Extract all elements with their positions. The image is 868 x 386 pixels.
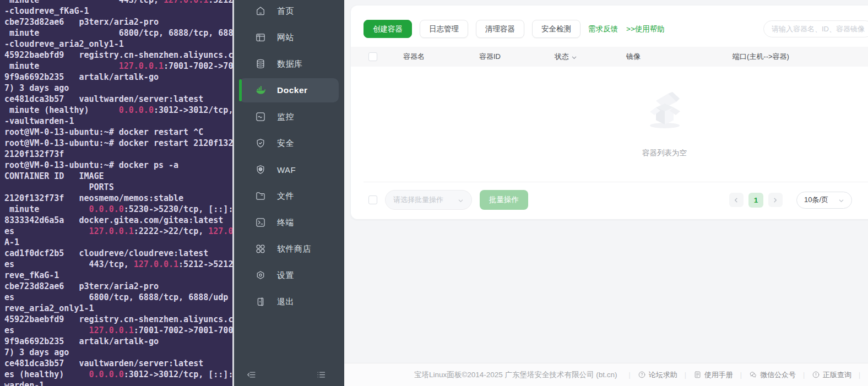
terminal-line: es 127.0.0.1:7001-7002->7001-7002 [4, 325, 232, 336]
sidebar: 首页网站数据库Docker监控安全WAF文件终端软件商店设置退出 [234, 0, 344, 386]
empty-list-text: 容器列表为空 [639, 148, 690, 158]
sidebar-item-docker[interactable]: Docker [239, 78, 339, 102]
toolbar: 创建容器 日志管理 清理容器 安全检测 需求反馈 >>使用帮助 [351, 6, 868, 38]
column-image: 镜像 [626, 52, 733, 62]
create-container-button[interactable]: 创建容器 [364, 20, 412, 38]
terminal-line: 45922baebfd9 registry.cn-shenzhen.aliyun… [4, 314, 232, 325]
footer-separator: | [859, 371, 860, 379]
footer-separator: | [685, 371, 686, 379]
security-check-button[interactable]: 安全检测 [532, 20, 581, 38]
empty-box-icon [639, 89, 690, 132]
terminal-line: 7) 3 days ago [4, 347, 232, 358]
footer: 宝塔Linux面板©2014-2025 广东堡塔安全技术有限公司 (bt.cn)… [344, 363, 868, 386]
terminal-icon [255, 217, 266, 228]
batch-action-button[interactable]: 批量操作 [480, 190, 528, 210]
sidebar-item-waf[interactable]: WAF [234, 156, 344, 183]
manual-icon [693, 371, 702, 379]
sidebar-item-appstore[interactable]: 软件商店 [234, 236, 344, 262]
sidebar-item-monitor[interactable]: 监控 [234, 104, 344, 130]
waf-icon [255, 164, 266, 175]
list-menu-icon[interactable] [316, 369, 327, 380]
terminal-line: es 127.0.0.1:2222->22/tcp, 127.0. [4, 226, 232, 237]
search-input[interactable] [763, 20, 868, 37]
select-all-checkbox[interactable] [368, 52, 377, 61]
batch-action-select[interactable]: 请选择批量操作 [385, 190, 472, 210]
sidebar-item-home[interactable]: 首页 [234, 0, 344, 24]
page-size-select[interactable]: 10条/页 [796, 192, 852, 209]
terminal-line: cbe723d82ae6 p3terx/aria2-pro [4, 281, 232, 292]
main-content: 创建容器 日志管理 清理容器 安全检测 需求反馈 >>使用帮助 容器名 容器ID… [344, 0, 868, 386]
terminal-line: reve_fKaG-1 [4, 270, 232, 281]
sidebar-item-database[interactable]: 数据库 [234, 51, 344, 77]
sidebar-item-label: 首页 [277, 6, 294, 17]
sidebar-item-label: Docker [277, 85, 308, 95]
home-icon [255, 6, 266, 17]
prev-page-button[interactable] [729, 193, 744, 207]
footer-link-wechat[interactable]: 微信公众号 [749, 370, 796, 380]
column-status[interactable]: 状态 [555, 52, 626, 62]
terminal-line: cad1f0dcf2b5 cloudreve/cloudreve:latest [4, 248, 232, 259]
terminal-line: minute (healthy) 0.0.0.0:3012->3012/tcp, [4, 105, 232, 116]
website-icon [255, 32, 266, 43]
terminal-line: root@VM-0-13-ubuntu:~# docker ps -a [4, 160, 232, 171]
terminal-line: cbe723d82ae6 p3terx/aria2-pro [4, 17, 232, 28]
terminal-line: ce481dca3b57 vaultwarden/server:latest [4, 358, 232, 369]
batch-select-all-checkbox[interactable] [368, 195, 377, 204]
chevron-down-icon [458, 197, 464, 203]
copyright-text: 宝塔Linux面板©2014-2025 广东堡塔安全技术有限公司 (bt.cn) [414, 370, 617, 380]
terminal-line: 9f9a6692b235 artalk/artalk-go [4, 72, 232, 83]
next-page-button[interactable] [768, 193, 783, 207]
terminal-line: es 443/tcp, 127.0.0.1:5212->5212/ [4, 259, 232, 270]
terminal-line: 2120f132f73f [4, 149, 232, 160]
column-container-id: 容器ID [479, 52, 555, 62]
terminal-line: 7) 3 days ago [4, 83, 232, 94]
table-header: 容器名 容器ID 状态 镜像 端口(主机-->容器) [351, 47, 868, 67]
log-management-button[interactable]: 日志管理 [420, 20, 468, 38]
feedback-link[interactable]: 需求反馈 [588, 24, 618, 34]
terminal-line: warden-1 [4, 380, 232, 386]
sidebar-item-security[interactable]: 安全 [234, 130, 344, 156]
terminal-line: -cloudreve_fKaG-1 [4, 6, 232, 17]
sidebar-item-settings[interactable]: 设置 [234, 262, 344, 289]
folder-icon [255, 191, 266, 202]
terminal-line: minute 6800/tcp, 6888/tcp, 6888 [4, 28, 232, 39]
terminal-window[interactable]: minute 443/tcp, 127.0.0.1:5212-cloudreve… [0, 0, 234, 386]
help-link[interactable]: >>使用帮助 [626, 24, 665, 34]
sidebar-item-label: 终端 [277, 218, 294, 228]
sidebar-item-label: 数据库 [277, 59, 303, 69]
terminal-output: minute 443/tcp, 127.0.0.1:5212-cloudreve… [4, 0, 232, 386]
collapse-sidebar-icon[interactable] [246, 369, 257, 380]
sidebar-item-label: 退出 [277, 297, 294, 307]
page-number[interactable]: 1 [748, 193, 763, 208]
terminal-line: 2120f132f73f neosmemo/memos:stable [4, 193, 232, 204]
sidebar-item-files[interactable]: 文件 [234, 183, 344, 209]
sidebar-item-site[interactable]: 网站 [234, 24, 344, 51]
terminal-line: -vaultwarden-1 [4, 116, 232, 127]
genuine-icon [812, 371, 820, 379]
batch-action-bar: 请选择批量操作 批量操作 1 10条/页 [351, 182, 868, 210]
sidebar-item-label: 设置 [277, 270, 294, 281]
terminal-line: A-1 [4, 237, 232, 248]
terminal-line: PORTS [4, 182, 232, 193]
footer-links: |论坛求助|使用手册|微信公众号|正版查询|联系 [622, 370, 868, 380]
clean-container-button[interactable]: 清理容器 [476, 20, 524, 38]
docker-icon [255, 85, 266, 96]
terminal-line: es 6800/tcp, 6888/tcp, 6888/udp [4, 292, 232, 303]
sidebar-item-logout[interactable]: 退出 [234, 289, 344, 315]
terminal-line: minute 443/tcp, 127.0.0.1:5212 [4, 0, 232, 6]
footer-link-manual[interactable]: 使用手册 [693, 370, 733, 380]
chevron-down-icon [838, 197, 844, 203]
sidebar-bottom-bar [234, 369, 344, 380]
terminal-line: es (healthy) 0.0.0.0:3012->3012/tcp, [::… [4, 369, 232, 380]
monitor-icon [255, 111, 266, 122]
terminal-line: minute 127.0.0.1:7001-7002->700 [4, 61, 232, 72]
footer-link-genuine[interactable]: 正版查询 [812, 370, 851, 380]
terminal-line: CONTAINER ID IMAGE [4, 171, 232, 182]
sidebar-item-label: WAF [277, 165, 296, 175]
chevron-down-icon [571, 54, 577, 60]
sidebar-item-label: 网站 [277, 32, 294, 43]
footer-separator: | [629, 371, 631, 379]
footer-link-forum[interactable]: 论坛求助 [638, 370, 677, 380]
security-icon [255, 138, 266, 149]
sidebar-item-terminal[interactable]: 终端 [234, 209, 344, 236]
